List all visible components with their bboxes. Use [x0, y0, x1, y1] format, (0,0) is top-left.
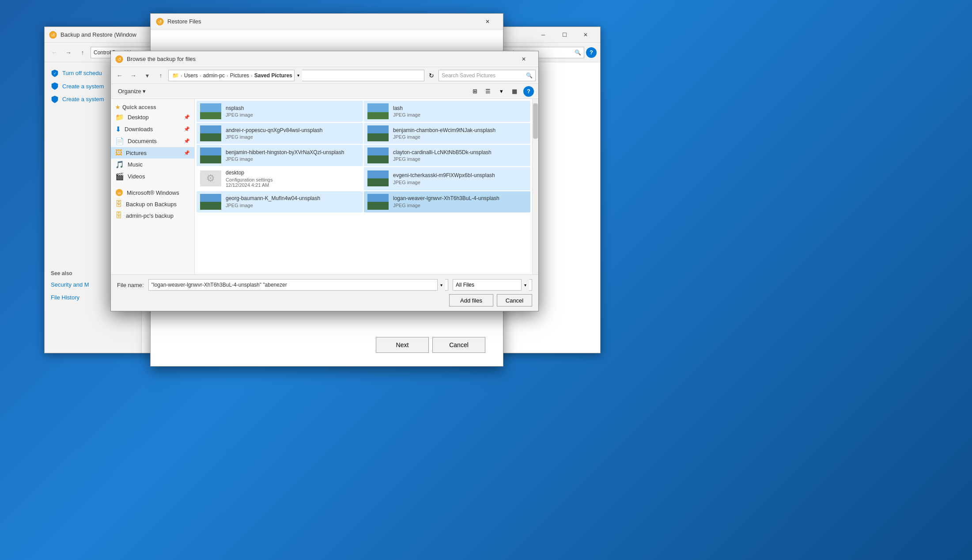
breadcrumb-adminpc: admin-pc [203, 72, 225, 79]
filename-dropdown-button[interactable]: ▾ [437, 279, 445, 291]
breadcrumb-dropdown-button[interactable]: ▾ [294, 70, 302, 81]
sidebar-backup-backups[interactable]: 🗄 Backup on Backups [111, 198, 194, 210]
filetype-select[interactable]: All Files ▾ [453, 279, 532, 291]
filename-input[interactable]: "logan-weaver-lgnwvr-XhT6h3BuL-4-unsplas… [148, 279, 448, 291]
sidebar-pictures-label: Pictures [126, 150, 147, 156]
browse-dialog: ↺ Browse the backup for files ✕ ← → ▾ ↑ … [110, 51, 539, 311]
details-icon: ☰ [485, 88, 491, 95]
file-type-lash: JPEG image [393, 112, 527, 117]
mid-window-title: Restore Files [167, 18, 201, 25]
scrollbar-track[interactable] [532, 99, 538, 274]
breadcrumb-users: Users [184, 72, 198, 79]
browse-icon: ↺ [115, 55, 123, 63]
scrollbar-thumb[interactable] [533, 103, 538, 139]
browse-nav: ← → ▾ ↑ 📁 › Users › admin-pc › Pictures … [111, 67, 538, 84]
file-thumbnail-benjamin-h [200, 148, 221, 163]
browse-up-button[interactable]: ↑ [155, 69, 167, 82]
bg-maximize-button[interactable]: ☐ [554, 28, 575, 42]
browse-dropdown-nav-button[interactable]: ▾ [141, 69, 153, 82]
svg-rect-26 [367, 202, 389, 210]
videos-icon: 🎬 [115, 172, 124, 181]
sidebar-pictures[interactable]: 🖼 Pictures 📌 [111, 147, 194, 159]
windows-icon: W [115, 189, 123, 197]
browse-refresh-button[interactable]: ↻ [426, 70, 437, 81]
browse-address-bar[interactable]: 📁 › Users › admin-pc › Pictures › Saved … [168, 70, 424, 81]
browse-forward-button[interactable]: → [127, 69, 140, 82]
mid-close-button[interactable]: ✕ [477, 15, 498, 28]
sidebar-item-createsystem2-label: Create a system [62, 95, 104, 104]
sidebar-documents-label: Documents [128, 138, 157, 144]
search-icon: 🔍 [526, 72, 533, 79]
svg-rect-11 [367, 103, 389, 112]
bg-close-button[interactable]: ✕ [575, 28, 596, 42]
svg-rect-14 [200, 133, 221, 141]
sidebar-item-filehistory-label: File History [51, 293, 79, 302]
browse-search-box[interactable]: Search Saved Pictures 🔍 [439, 70, 536, 81]
sidebar-item-createsystem1-label: Create a system [62, 82, 104, 91]
view-details-button[interactable]: ☰ [482, 86, 494, 97]
svg-rect-12 [367, 112, 389, 119]
sidebar-desktop[interactable]: 📁 Desktop 📌 [111, 111, 194, 123]
view-dropdown-button[interactable]: ▾ [495, 86, 507, 97]
breadcrumb-saved: Saved Pictures [254, 72, 292, 79]
sidebar-documents[interactable]: 📄 Documents 📌 [111, 135, 194, 147]
browse-cancel-button[interactable]: Cancel [497, 294, 532, 306]
file-name-logan: logan-weaver-lgnwvr-XhT6h3BuL-4-unsplash [393, 195, 527, 202]
sidebar-ms-windows[interactable]: W Microsoft® Windows [111, 187, 194, 198]
mid-bottom-buttons: Next Cancel [168, 328, 485, 353]
sidebar-admin-backup[interactable]: 🗄 admin-pc's backup [111, 210, 194, 221]
view-tiles-button[interactable]: ⊞ [469, 86, 481, 97]
pane-icon: ▦ [512, 88, 517, 95]
gear-icon: ⚙ [206, 173, 215, 184]
tiles-icon: ⊞ [473, 88, 477, 95]
file-item-nsplash[interactable]: nsplash JPEG image [197, 101, 363, 122]
svg-rect-17 [200, 148, 221, 155]
mid-titlebar: ↺ Restore Files ✕ [151, 14, 503, 30]
browse-back-button[interactable]: ← [113, 69, 126, 82]
file-type-evgeni: JPEG image [393, 180, 527, 185]
sidebar-backup-backups-label: Backup on Backups [126, 201, 177, 208]
sidebar-music[interactable]: 🎵 Music [111, 159, 194, 170]
sidebar-videos[interactable]: 🎬 Videos [111, 170, 194, 182]
bg-back-button[interactable]: ← [48, 46, 61, 59]
svg-rect-19 [367, 148, 389, 155]
svg-rect-20 [367, 155, 389, 163]
file-item-lash[interactable]: lash JPEG image [364, 101, 530, 122]
svg-rect-13 [200, 125, 221, 133]
file-item-evgeni[interactable]: evgeni-tcherkasski-m9FlXWpx6bI-unsplash … [364, 167, 530, 190]
file-thumbnail-clayton [367, 148, 389, 163]
add-files-button[interactable]: Add files [449, 294, 493, 306]
bg-help-button[interactable]: ? [586, 47, 597, 58]
network-folder-icon-2: 🗄 [115, 212, 122, 219]
bg-up-button[interactable]: ↑ [76, 46, 89, 59]
file-item-clayton[interactable]: clayton-cardinalli-LcNKtNbB5Dk-unsplash … [364, 145, 530, 166]
file-thumbnail-georg [200, 194, 221, 210]
file-item-andrei[interactable]: andrei-r-popescu-qnXgPv84wsl-unsplash JP… [197, 123, 363, 144]
browse-close-button[interactable]: ✕ [514, 53, 534, 66]
file-item-logan[interactable]: logan-weaver-lgnwvr-XhT6h3BuL-4-unsplash… [364, 191, 530, 212]
svg-rect-16 [367, 133, 389, 141]
file-thumbnail-nsplash [200, 103, 221, 119]
file-type-andrei: JPEG image [226, 134, 359, 140]
file-name-georg: georg-baumann-K_MufIn4w04-unsplash [226, 195, 359, 202]
file-thumbnail-evgeni [367, 170, 389, 186]
file-item-benjamin-h[interactable]: benjamin-hibbert-hingston-byXVrNaXQzl-un… [197, 145, 363, 166]
music-icon: 🎵 [115, 160, 124, 169]
file-item-georg[interactable]: georg-baumann-K_MufIn4w04-unsplash JPEG … [197, 191, 363, 212]
sidebar-downloads[interactable]: ⬇ Downloads 📌 [111, 123, 194, 135]
view-pane-button[interactable]: ▦ [508, 86, 521, 97]
file-item-benjamin-c[interactable]: benjamin-chambon-eWcim9tNJak-unsplash JP… [364, 123, 530, 144]
organize-button[interactable]: Organize ▾ [115, 87, 148, 95]
filetype-dropdown-button[interactable]: ▾ [521, 279, 529, 291]
svg-rect-22 [367, 178, 389, 186]
svg-text:↺: ↺ [51, 33, 55, 38]
documents-icon: 📄 [115, 137, 124, 145]
shield-icon-1: ✓ [51, 69, 59, 77]
bg-minimize-button[interactable]: ─ [533, 28, 553, 42]
file-item-desktop[interactable]: ⚙ desktop Configuration settings 12/12/2… [197, 167, 363, 190]
mid-cancel-button[interactable]: Cancel [432, 337, 485, 353]
next-button[interactable]: Next [376, 337, 429, 353]
sidebar-item-security-label: Security and M [51, 280, 89, 289]
browse-help-button[interactable]: ? [523, 86, 534, 97]
bg-forward-button[interactable]: → [62, 46, 75, 59]
